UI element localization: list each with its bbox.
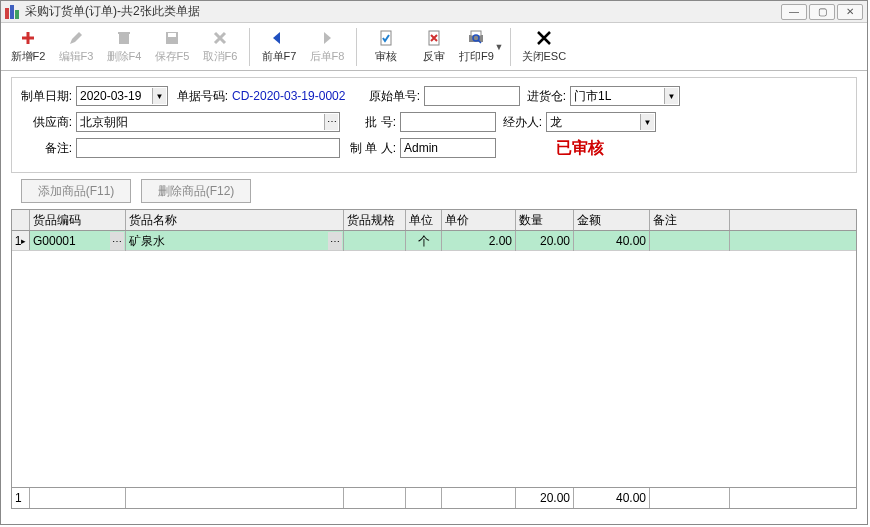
close-x-icon: [534, 29, 554, 47]
remark-input[interactable]: [76, 138, 340, 158]
svg-rect-4: [118, 32, 130, 34]
col-spec[interactable]: 货品规格: [344, 210, 406, 230]
batch-label: 批 号:: [340, 114, 400, 131]
status-stamp: 已审核: [556, 138, 604, 159]
svg-rect-1: [10, 5, 14, 19]
col-note[interactable]: 备注: [650, 210, 730, 230]
pencil-icon: [66, 29, 86, 47]
cell-unit[interactable]: 个: [406, 231, 442, 251]
window-title: 采购订货单(订单)-共2张此类单据: [25, 3, 781, 20]
agent-select[interactable]: 龙▼: [546, 112, 656, 132]
docno-label: 单据号码:: [168, 88, 232, 105]
agent-label: 经办人:: [496, 114, 546, 131]
approve-button[interactable]: 审核: [363, 25, 409, 69]
col-unit[interactable]: 单位: [406, 210, 442, 230]
unapprove-button[interactable]: 反审: [411, 25, 457, 69]
svg-rect-0: [5, 8, 9, 19]
cell-amt[interactable]: 40.00: [574, 231, 650, 251]
cell-price[interactable]: 2.00: [442, 231, 516, 251]
cell-qty[interactable]: 20.00: [516, 231, 574, 251]
app-icon: [5, 5, 21, 19]
date-label: 制单日期:: [18, 88, 76, 105]
col-indicator: [12, 210, 30, 230]
chevron-down-icon: ▼: [152, 88, 166, 104]
remark-label: 备注:: [18, 140, 76, 157]
footer-qty: 20.00: [516, 488, 574, 508]
chevron-down-icon: ▼: [664, 88, 678, 104]
arrow-right-icon: [317, 29, 337, 47]
close-window-button[interactable]: ✕: [837, 4, 863, 20]
origno-input[interactable]: [424, 86, 520, 106]
close-button[interactable]: 关闭ESC: [517, 25, 571, 69]
col-amt[interactable]: 金额: [574, 210, 650, 230]
footer-idx: 1: [12, 488, 30, 508]
footer-amt: 40.00: [574, 488, 650, 508]
maker-label: 制 单 人:: [340, 140, 400, 157]
trash-icon: [114, 29, 134, 47]
plus-icon: [18, 29, 38, 47]
separator: [356, 28, 357, 66]
grid-header: 货品编码 货品名称 货品规格 单位 单价 数量 金额 备注: [12, 210, 856, 231]
add-item-button[interactable]: 添加商品(F11): [21, 179, 131, 203]
minimize-button[interactable]: —: [781, 4, 807, 20]
warehouse-select[interactable]: 门市1L▼: [570, 86, 680, 106]
edit-button[interactable]: 编辑F3: [53, 25, 99, 69]
col-code[interactable]: 货品编码: [30, 210, 126, 230]
titlebar: 采购订货单(订单)-共2张此类单据 — ▢ ✕: [1, 1, 867, 23]
printer-icon: [466, 29, 486, 47]
separator: [510, 28, 511, 66]
items-grid: 货品编码 货品名称 货品规格 单位 单价 数量 金额 备注 1▸ G00001⋯…: [11, 209, 857, 509]
window-controls: — ▢ ✕: [781, 4, 863, 20]
cell-note[interactable]: [650, 231, 730, 251]
chevron-down-icon[interactable]: ▼: [494, 42, 504, 52]
new-button[interactable]: 新增F2: [5, 25, 51, 69]
item-actions: 添加商品(F11) 删除商品(F12): [21, 179, 857, 203]
ellipsis-icon: ⋯: [110, 232, 124, 250]
supplier-browse[interactable]: 北京朝阳⋯: [76, 112, 340, 132]
warehouse-label: 进货仓:: [520, 88, 570, 105]
x-doc-icon: [424, 29, 444, 47]
batch-input[interactable]: [400, 112, 496, 132]
ellipsis-icon: ⋯: [324, 114, 338, 130]
svg-rect-3: [119, 34, 129, 44]
svg-rect-2: [15, 10, 19, 19]
separator: [249, 28, 250, 66]
chevron-down-icon: ▼: [640, 114, 654, 130]
cell-name[interactable]: 矿泉水⋯: [126, 231, 344, 251]
grid-body: 1▸ G00001⋯ 矿泉水⋯ 个 2.00 20.00 40.00: [12, 231, 856, 487]
origno-label: 原始单号:: [364, 88, 424, 105]
date-field[interactable]: 2020-03-19▼: [76, 86, 168, 106]
cell-spec[interactable]: [344, 231, 406, 251]
delete-item-button[interactable]: 删除商品(F12): [141, 179, 251, 203]
next-button[interactable]: 后单F8: [304, 25, 350, 69]
col-name[interactable]: 货品名称: [126, 210, 344, 230]
maker-input[interactable]: [400, 138, 496, 158]
prev-button[interactable]: 前单F7: [256, 25, 302, 69]
print-button[interactable]: 打印F9 ▼: [459, 25, 504, 69]
svg-rect-6: [168, 33, 176, 37]
row-indicator: 1▸: [12, 231, 30, 250]
app-window: 采购订货单(订单)-共2张此类单据 — ▢ ✕ 新增F2 编辑F3 删除F4 保…: [0, 0, 868, 525]
check-doc-icon: [376, 29, 396, 47]
delete-button[interactable]: 删除F4: [101, 25, 147, 69]
table-row[interactable]: 1▸ G00001⋯ 矿泉水⋯ 个 2.00 20.00 40.00: [12, 231, 856, 251]
cancel-button[interactable]: 取消F6: [197, 25, 243, 69]
x-icon: [210, 29, 230, 47]
col-qty[interactable]: 数量: [516, 210, 574, 230]
col-price[interactable]: 单价: [442, 210, 516, 230]
supplier-label: 供应商:: [18, 114, 76, 131]
toolbar: 新增F2 编辑F3 删除F4 保存F5 取消F6 前单F7 后单F8: [1, 23, 867, 71]
floppy-icon: [162, 29, 182, 47]
ellipsis-icon: ⋯: [328, 232, 342, 250]
form-area: 制单日期: 2020-03-19▼ 单据号码: CD-2020-03-19-00…: [11, 77, 857, 173]
save-button[interactable]: 保存F5: [149, 25, 195, 69]
cell-code[interactable]: G00001⋯: [30, 231, 126, 251]
arrow-left-icon: [269, 29, 289, 47]
grid-footer: 1 20.00 40.00: [12, 487, 856, 508]
maximize-button[interactable]: ▢: [809, 4, 835, 20]
docno-value: CD-2020-03-19-0002: [232, 89, 364, 103]
